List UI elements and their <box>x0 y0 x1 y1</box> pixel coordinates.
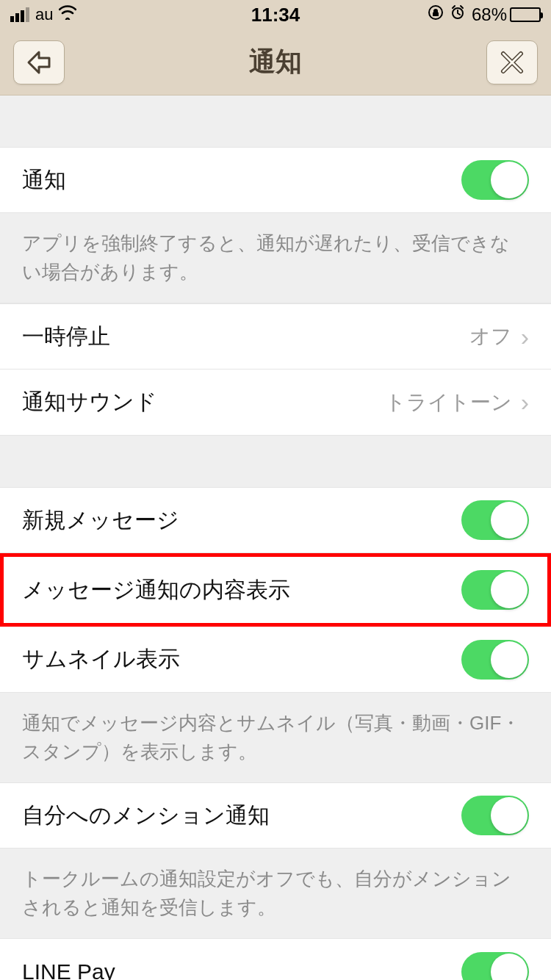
row-pause[interactable]: 一時停止 オフ › <box>0 303 551 370</box>
toggle-linepay[interactable] <box>461 952 529 981</box>
row-mention[interactable]: 自分へのメンション通知 <box>0 782 551 849</box>
section-gap <box>0 436 551 487</box>
row-notifications[interactable]: 通知 <box>0 147 551 213</box>
nav-bar: 通知 <box>0 29 551 96</box>
back-arrow-icon <box>24 48 54 77</box>
carrier-label: au <box>35 5 53 24</box>
toggle-thumbnail[interactable] <box>461 640 529 680</box>
signal-icon <box>10 7 29 22</box>
alarm-icon <box>450 4 466 25</box>
row-label: 一時停止 <box>22 322 110 352</box>
battery-indicator: 68% <box>472 4 541 25</box>
chevron-right-icon: › <box>521 388 529 417</box>
status-left: au <box>10 5 76 24</box>
thumbnail-footer: 通知でメッセージ内容とサムネイル（写真・動画・GIF・スタンプ）を表示します。 <box>0 693 551 782</box>
row-label: 自分へのメンション通知 <box>22 801 270 831</box>
toggle-notifications[interactable] <box>461 160 529 200</box>
mention-footer: トークルームの通知設定がオフでも、自分がメンションされると通知を受信します。 <box>0 849 551 938</box>
status-right: 68% <box>428 4 541 25</box>
row-sound[interactable]: 通知サウンド トライトーン › <box>0 370 551 436</box>
row-linepay[interactable]: LINE Pay <box>0 938 551 980</box>
section-gap <box>0 96 551 147</box>
settings-list[interactable]: 通知 アプリを強制終了すると、通知が遅れたり、受信できない場合があります。 一時… <box>0 96 551 980</box>
back-button[interactable] <box>13 40 65 84</box>
row-thumbnail[interactable]: サムネイル表示 <box>0 627 551 693</box>
row-label: サムネイル表示 <box>22 644 180 674</box>
row-label: LINE Pay <box>22 959 115 981</box>
row-label: 新規メッセージ <box>22 505 179 536</box>
toggle-mention[interactable] <box>461 796 529 835</box>
battery-icon <box>510 7 541 22</box>
close-button[interactable] <box>486 40 538 84</box>
row-label: 通知サウンド <box>22 387 157 417</box>
row-label: メッセージ通知の内容表示 <box>22 575 290 605</box>
toggle-content-preview[interactable] <box>461 570 529 610</box>
row-label: 通知 <box>22 165 66 195</box>
status-time: 11:34 <box>251 4 300 26</box>
row-content-preview[interactable]: メッセージ通知の内容表示 <box>0 553 551 627</box>
page-title: 通知 <box>249 44 302 80</box>
notifications-footer: アプリを強制終了すると、通知が遅れたり、受信できない場合があります。 <box>0 213 551 303</box>
row-new-message[interactable]: 新規メッセージ <box>0 487 551 553</box>
wifi-icon <box>59 5 76 24</box>
orientation-lock-icon <box>428 4 444 25</box>
battery-percent: 68% <box>472 4 507 25</box>
close-icon <box>497 48 527 77</box>
row-value: オフ › <box>469 323 529 351</box>
row-value: トライトーン › <box>385 388 529 417</box>
status-bar: au 11:34 68% <box>0 0 551 29</box>
toggle-new-message[interactable] <box>461 500 529 540</box>
chevron-right-icon: › <box>521 323 529 351</box>
